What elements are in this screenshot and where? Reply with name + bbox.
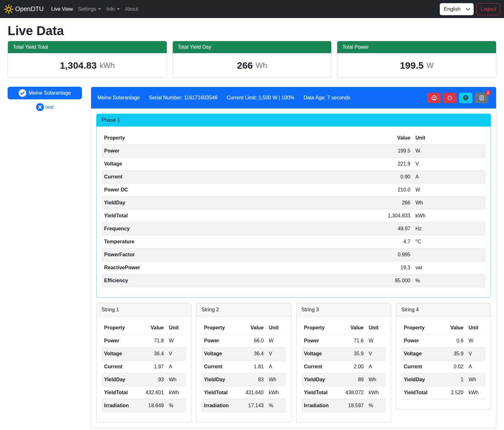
row-value: 266 [375,196,413,209]
table-row: PowerFactor 0.995 [102,248,486,261]
table-row: YieldDay 266 Wh [102,196,486,209]
row-property: Power [302,334,338,347]
table-row: YieldDay 93 Wh [102,373,186,386]
row-value: 95.000 [375,274,413,287]
card-value: 199.5 [400,60,424,71]
row-value: 18.649 [138,399,166,412]
row-property: Current [202,360,238,373]
language-select[interactable]: English [440,3,474,15]
string-card-1: String 1 Property Value Unit [96,303,191,423]
row-unit: kWh [266,386,286,399]
nav-item-settings[interactable]: Settings [75,4,104,15]
row-property: Current [102,360,138,373]
row-property: Voltage [302,347,338,360]
caret-down-icon [117,8,120,10]
row-unit: A [413,171,486,184]
row-unit: W [166,334,186,347]
row-unit: Wh [466,373,486,386]
column-header-value: Value [375,132,413,145]
table-row: ReactivePower 19.3 var [102,261,486,274]
limit-settings-button[interactable] [427,93,441,103]
chevron-down-icon [465,7,470,13]
row-value: 438.072 [338,386,366,399]
row-unit: % [166,399,186,412]
inverter-name: Meine Solaranlage [97,95,140,101]
string-table: Property Value Unit Power 66. [202,321,286,412]
nav-item-live-view[interactable]: Live View [49,4,75,15]
row-unit: A [466,360,486,373]
row-unit: V [466,347,486,360]
row-value: 210.0 [375,184,413,196]
card-value: 266 [237,60,253,71]
row-property: Power [102,145,375,158]
row-value: 199.5 [375,145,413,158]
row-unit: % [366,399,386,412]
row-unit: kWh [166,386,186,399]
string-card-header: String 3 [296,303,391,316]
row-property: Current [401,360,438,373]
row-unit: W [466,334,486,347]
inverter-item-test[interactable]: test [8,103,82,111]
table-row: YieldDay 89 Wh [302,373,386,386]
row-property: Voltage [102,158,375,171]
table-row: YieldDay 1 Wh [401,373,486,386]
cpu-icon [463,95,469,101]
row-value: 18.597 [338,399,366,412]
row-property: Frequency [102,222,375,235]
row-property: Power [102,334,138,347]
string-card-header: String 2 [196,303,291,316]
row-unit: var [413,261,486,274]
column-header-unit: Unit [166,321,186,334]
table-row: Power 71.8 W [102,334,186,347]
table-row: Voltage 35.9 V [302,347,386,360]
row-unit: V [413,158,486,171]
column-header-unit: Unit [366,321,386,334]
table-row: Power DC 210.0 W [102,184,486,196]
device-info-button[interactable] [459,93,472,103]
table-row: Power 71.6 W [302,334,386,347]
row-value: 432.601 [138,386,166,399]
row-unit: °C [413,235,486,248]
logout-button[interactable]: Logout [476,3,500,15]
column-header-property: Property [202,321,238,334]
row-unit: W [366,334,386,347]
row-property: Current [302,360,338,373]
string-card-2: String 2 Property Value Unit [196,303,291,423]
row-property: Voltage [202,347,238,360]
row-value: 71.8 [138,334,166,347]
column-header-property: Property [302,321,338,334]
nav-links: Live View Settings Info About [49,4,141,15]
row-unit: V [366,347,386,360]
row-property: YieldTotal [401,386,438,399]
inverter-select-button[interactable]: Meine Solaranlage [8,87,82,99]
string-card-header: String 4 [396,303,491,316]
table-row: Power 199.5 W [102,145,486,158]
row-unit: A [366,360,386,373]
row-property: YieldTotal [302,386,338,399]
event-log-button[interactable]: 2 [475,93,488,103]
nav-item-about[interactable]: About [122,4,141,15]
power-button[interactable] [443,93,457,103]
brand[interactable]: OpenDTU [4,4,44,14]
table-row: YieldTotal 1,304.833 kWh [102,209,486,222]
row-value: 1 [438,373,466,386]
row-property: YieldTotal [102,386,138,399]
row-property: Efficiency [102,274,375,287]
row-unit: Wh [266,373,286,386]
row-value: 83 [238,373,266,386]
table-row: Power 66.0 W [202,334,286,347]
row-value: 71.6 [338,334,366,347]
phase-card-header: Phase 1 [96,114,491,127]
other-inverter-label: test [46,104,54,110]
table-row: Current 0.90 A [102,171,486,184]
language-selected-label: English [444,6,460,12]
inverter-panel: Meine Solaranlage Serial Number: 1161716… [91,87,496,428]
nav-item-info[interactable]: Info [104,4,122,15]
row-property: Power DC [102,184,375,196]
row-unit: kWh [366,386,386,399]
row-value: 89 [338,373,366,386]
page-title: Live Data [8,23,496,38]
row-property: PowerFactor [102,248,375,261]
table-row: Power 0.6 W [401,334,486,347]
row-value: 0.02 [438,360,466,373]
